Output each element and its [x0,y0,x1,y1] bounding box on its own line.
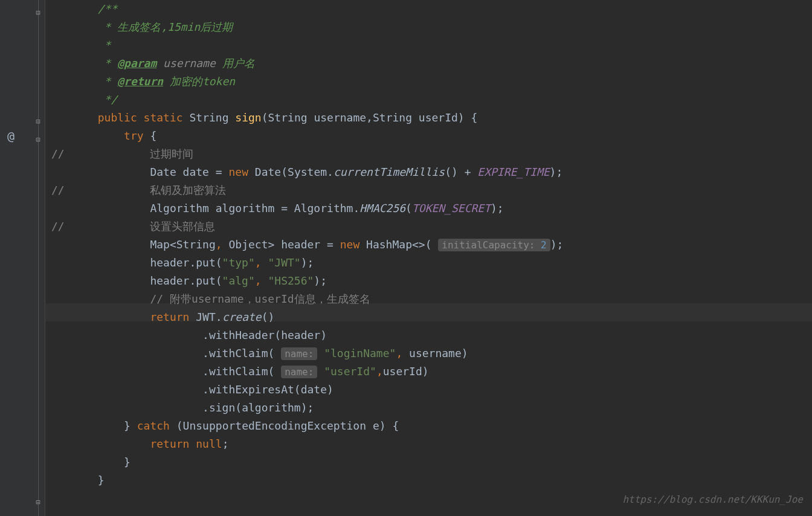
editor-gutter: ⊟ ⊟ ⊟ ⊟ @ [0,0,45,516]
doc-comment: */ [98,93,118,106]
keyword-new: new [340,238,360,251]
method-call: header.put [150,256,215,269]
static-field: EXPIRE_TIME [477,166,549,178]
type-string: String [189,111,228,124]
var: header [281,238,320,251]
comment: 设置头部信息 [150,220,215,233]
keyword-null: null [196,437,222,450]
type-object: Object [228,238,268,251]
string: "HS256" [268,274,314,287]
type-string: String [176,238,216,251]
method-call: .withClaim [202,347,268,360]
string: "loginName" [324,347,396,360]
param-hint: initialCapacity: 2 [438,239,550,251]
doc-desc: 加密的 [163,75,202,88]
doc-comment: * 生成签名, [98,21,167,33]
var: algorithm [242,401,301,414]
param: userId [419,111,458,124]
param: username [314,111,366,124]
method-call: header.put [150,274,215,287]
method-call: .withHeader [202,329,274,341]
watermark-text: https://blog.csdn.net/KKKun_Joe [622,491,803,509]
doc-comment: * [98,39,111,51]
comment-marker: // [51,145,65,163]
at-icon: @ [7,127,14,145]
string: "typ" [222,256,255,269]
var: userId [383,365,422,378]
keyword-catch: catch [137,419,170,432]
type-date: Date [150,166,176,178]
system: System. [288,166,334,178]
fold-line [38,0,39,516]
comment: 过期时间 [150,147,193,160]
doc-param-name: username [156,57,216,69]
doc-comment: 15min [167,21,200,33]
doc-comment: 后过期 [200,21,233,33]
string: "alg" [222,274,255,287]
code-editor[interactable]: /** * 生成签名,15min后过期 * * @param username … [45,0,812,489]
doc-comment: * [98,57,118,69]
var: date [183,166,209,178]
string: "JWT" [268,256,300,269]
static-method: HMAC256 [359,202,405,214]
fold-marker-icon[interactable]: ⊟ [34,131,42,139]
var: header [281,329,320,341]
type-hashmap: HashMap [366,238,412,251]
type-algo: Algorithm [294,202,353,214]
doc-comment: * [98,75,118,88]
keyword-return: return [150,311,189,323]
type-date: Date [255,166,281,178]
static-field: TOKEN_SECRET [412,202,491,214]
type-map: Map [150,238,170,251]
fold-marker-icon[interactable]: ⊟ [34,112,42,121]
doc-desc: token [202,75,235,88]
type-algo: Algorithm [150,202,209,214]
var: date [301,383,327,396]
keyword-new: new [228,166,248,178]
var: e [373,419,379,432]
type-string: String [373,111,412,124]
fold-marker-icon[interactable]: ⊟ [34,493,42,501]
comment: 私钥及加密算法 [150,184,226,196]
static-method: currentTimeMillis [334,166,445,178]
method-call: .withClaim [202,365,268,378]
method-call: .withExpiresAt [202,383,294,396]
keyword-static: static [144,111,183,124]
keyword-public: public [98,111,137,124]
fold-marker-icon[interactable]: ⊟ [34,4,42,12]
doc-desc: 用户名 [216,57,255,69]
jwt: JWT. [196,311,222,323]
static-method: create [222,311,262,323]
string: "userId" [324,365,376,378]
var: algorithm [216,202,275,214]
comment-marker: // [51,218,65,236]
doc-comment: /** [98,2,118,15]
javadoc-param-tag: @param [117,57,156,69]
comment-marker: // [51,181,65,199]
method-name: sign [235,111,261,124]
keyword-try: try [124,129,144,142]
type-string: String [268,111,308,124]
javadoc-return-tag: @return [117,75,163,88]
param-hint: name: [281,366,317,378]
param-hint: name: [281,347,317,360]
exception-type: UnsupportedEncodingException [183,419,366,432]
var: username [409,347,462,360]
keyword-return: return [150,437,189,450]
comment: // 附带username，userId信息，生成签名 [150,292,370,305]
method-call: .sign [202,401,235,414]
brace: { [465,111,478,124]
